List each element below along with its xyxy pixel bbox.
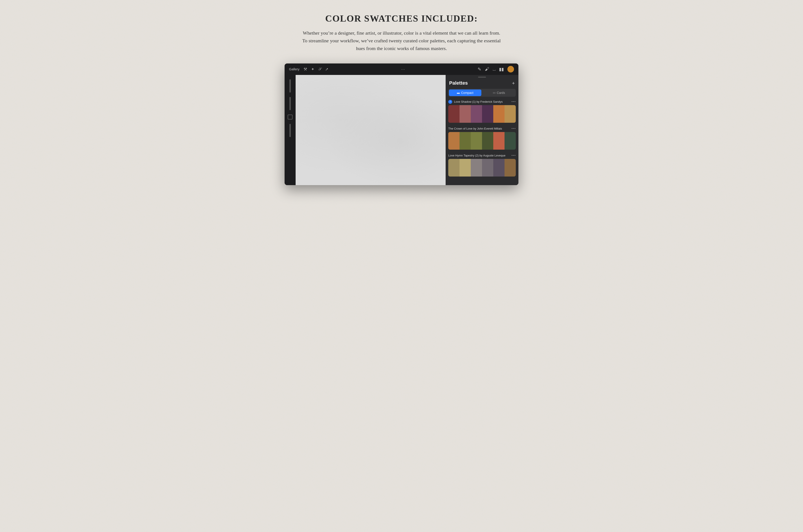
canvas-texture bbox=[296, 75, 445, 185]
swatch[interactable] bbox=[493, 105, 505, 123]
palettes-panel: Palettes + ▬ Compact ▭ Cards bbox=[445, 75, 518, 185]
swatch[interactable] bbox=[493, 159, 505, 176]
wrench-icon[interactable]: ⚒ bbox=[304, 67, 307, 72]
eraser-icon[interactable]: ⎵ bbox=[493, 66, 495, 72]
main-area: Palettes + ▬ Compact ▭ Cards bbox=[285, 75, 518, 185]
cards-view-button[interactable]: ▭ Cards bbox=[483, 90, 515, 96]
compact-view-button[interactable]: ▬ Compact bbox=[449, 90, 481, 96]
palette-more-button[interactable]: ••• bbox=[511, 100, 516, 104]
palettes-title: Palettes bbox=[449, 80, 468, 86]
extra-slider[interactable] bbox=[289, 124, 291, 137]
palette-title-row: Love Hymn Tapestry (2) by Auguste Levequ… bbox=[448, 154, 506, 157]
transform-icon[interactable]: ➚ bbox=[325, 67, 328, 72]
swatches-row bbox=[448, 159, 516, 176]
toolbar-right: ✎ 🖌 ⎵ ▮▮ bbox=[478, 66, 514, 73]
palette-item-header: The Crown of Love by John Everett Millai… bbox=[448, 127, 516, 131]
palette-name: Love Hymn Tapestry (2) by Auguste Levequ… bbox=[448, 154, 506, 157]
palette-more-button[interactable]: ••• bbox=[511, 127, 516, 131]
palette-title-row: The Crown of Love by John Everett Millai… bbox=[448, 127, 502, 130]
app-mockup: Gallery ⚒ ✦ 𝒮 ➚ ⋯ ✎ 🖌 ⎵ ▮▮ bbox=[285, 63, 518, 185]
opacity-slider[interactable] bbox=[289, 79, 291, 93]
palette-item-header: Love Hymn Tapestry (2) by Auguste Levequ… bbox=[448, 154, 516, 157]
toolbar-center: ⋯ bbox=[401, 67, 405, 72]
swatch[interactable] bbox=[482, 132, 493, 150]
drag-handle-area bbox=[445, 75, 518, 78]
palette-title-row: ✓ Love Shadow (1) by Frederick Sandys bbox=[448, 100, 503, 104]
magic-wand-icon[interactable]: ✦ bbox=[311, 67, 314, 72]
swatch[interactable] bbox=[493, 132, 505, 150]
swatch[interactable] bbox=[459, 105, 471, 123]
page-title: COLOR SWATCHES INCLUDED: bbox=[325, 13, 478, 24]
color-picker[interactable] bbox=[507, 66, 514, 73]
drag-handle-bar bbox=[478, 77, 486, 78]
swatch[interactable] bbox=[482, 159, 493, 176]
palette-item: ✓ Love Shadow (1) by Frederick Sandys ••… bbox=[448, 100, 516, 123]
palette-name: Love Shadow (1) by Frederick Sandys bbox=[454, 100, 503, 103]
palette-check: ✓ bbox=[448, 100, 452, 104]
layers-icon[interactable]: ▮▮ bbox=[499, 66, 504, 72]
palette-item-header: ✓ Love Shadow (1) by Frederick Sandys ••… bbox=[448, 100, 516, 104]
page-subtitle: Whether you’re a designer, fine artist, … bbox=[302, 29, 501, 53]
swatch[interactable] bbox=[505, 159, 516, 176]
compact-label: Compact bbox=[461, 91, 473, 95]
swatch[interactable] bbox=[505, 132, 516, 150]
swatch[interactable] bbox=[459, 159, 471, 176]
canvas[interactable] bbox=[296, 75, 445, 185]
cards-label: Cards bbox=[497, 91, 505, 95]
swatches-row bbox=[448, 105, 516, 123]
swatch[interactable] bbox=[471, 132, 482, 150]
size-slider[interactable] bbox=[289, 97, 291, 110]
brush-icon[interactable]: 🖌 bbox=[485, 66, 489, 72]
palettes-list: ✓ Love Shadow (1) by Frederick Sandys ••… bbox=[445, 100, 518, 185]
swatch[interactable] bbox=[505, 105, 516, 123]
layer-thumbnail[interactable] bbox=[288, 115, 293, 119]
swatch[interactable] bbox=[448, 159, 459, 176]
palette-more-button[interactable]: ••• bbox=[511, 154, 516, 157]
swatch[interactable] bbox=[471, 105, 482, 123]
view-toggle: ▬ Compact ▭ Cards bbox=[448, 89, 516, 97]
compact-icon: ▬ bbox=[457, 91, 460, 94]
add-palette-button[interactable]: + bbox=[512, 80, 515, 86]
palette-name: The Crown of Love by John Everett Millai… bbox=[448, 127, 502, 130]
toolbar-left: Gallery ⚒ ✦ 𝒮 ➚ bbox=[289, 67, 328, 72]
pen-icon[interactable]: ✎ bbox=[478, 66, 481, 72]
swatch[interactable] bbox=[448, 132, 459, 150]
palette-item: The Crown of Love by John Everett Millai… bbox=[448, 127, 516, 150]
stylize-icon[interactable]: 𝒮 bbox=[318, 67, 321, 71]
swatch[interactable] bbox=[471, 159, 482, 176]
left-panel bbox=[285, 75, 296, 185]
swatches-row bbox=[448, 132, 516, 150]
swatch[interactable] bbox=[448, 105, 459, 123]
cards-icon: ▭ bbox=[493, 91, 495, 94]
toolbar: Gallery ⚒ ✦ 𝒮 ➚ ⋯ ✎ 🖌 ⎵ ▮▮ bbox=[285, 63, 518, 75]
swatch[interactable] bbox=[482, 105, 493, 123]
palettes-header: Palettes + bbox=[445, 78, 518, 89]
swatch[interactable] bbox=[459, 132, 471, 150]
palette-item: Love Hymn Tapestry (2) by Auguste Levequ… bbox=[448, 154, 516, 176]
more-dots[interactable]: ⋯ bbox=[401, 67, 405, 72]
gallery-button[interactable]: Gallery bbox=[289, 67, 299, 71]
